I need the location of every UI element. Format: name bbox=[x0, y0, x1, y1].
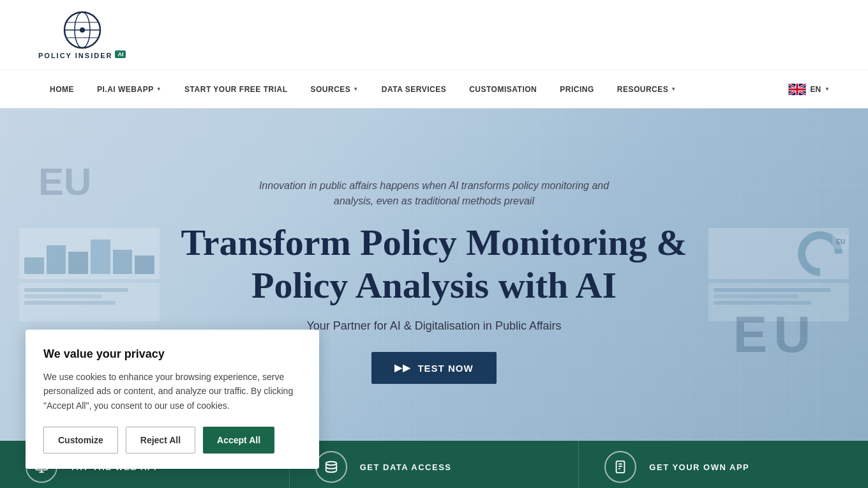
cookie-title: We value your privacy bbox=[43, 347, 301, 361]
data-access-label: GET DATA ACCESS bbox=[360, 462, 452, 472]
header: POLICY INSIDER AI bbox=[0, 0, 868, 70]
nav-customisation[interactable]: CUSTOMISATION bbox=[458, 70, 548, 108]
data-access-icon bbox=[315, 451, 347, 483]
strip-data-access[interactable]: GET DATA ACCESS bbox=[290, 441, 580, 488]
language-selector[interactable]: EN ▼ bbox=[788, 84, 830, 95]
hero-top-subtitle: Innovation in public affairs happens whe… bbox=[181, 178, 687, 209]
svg-point-5 bbox=[80, 27, 85, 33]
sources-dropdown-icon: ▼ bbox=[353, 86, 358, 92]
strip-own-app[interactable]: GET YOUR OWN APP bbox=[579, 441, 868, 488]
logo-icon bbox=[63, 11, 101, 49]
hero-btn-arrow: ▶▶ bbox=[394, 362, 411, 374]
brand-name: POLICY INSIDER bbox=[38, 52, 112, 59]
logo[interactable]: POLICY INSIDER AI bbox=[38, 11, 126, 59]
hero-bg-eu-text: EU bbox=[733, 305, 817, 364]
cookie-buttons: Customize Reject All Accept All bbox=[43, 427, 301, 454]
hero-bg-left bbox=[19, 228, 160, 321]
cookie-accept-button[interactable]: Accept All bbox=[203, 427, 274, 454]
own-app-icon bbox=[604, 451, 636, 483]
brand-badge: AI bbox=[115, 50, 126, 58]
test-now-button[interactable]: ▶▶ TEST NOW bbox=[371, 352, 496, 384]
navbar: HOME PI.AI WEBAPP ▼ START YOUR FREE TRIA… bbox=[0, 70, 868, 109]
nav-sources[interactable]: SOURCES ▼ bbox=[299, 70, 370, 108]
uk-flag-icon bbox=[788, 84, 806, 95]
hero-bg-eu-text-2: EU bbox=[38, 160, 91, 204]
nav-pricing[interactable]: PRICING bbox=[548, 70, 606, 108]
cookie-banner: We value your privacy We use cookies to … bbox=[26, 330, 319, 469]
nav-home[interactable]: HOME bbox=[38, 70, 86, 108]
language-dropdown-icon: ▼ bbox=[825, 86, 830, 92]
svg-point-18 bbox=[326, 462, 336, 466]
pi-webapp-dropdown-icon: ▼ bbox=[156, 86, 161, 92]
nav-resources[interactable]: RESOURCES ▼ bbox=[606, 70, 688, 108]
nav-free-trial[interactable]: START YOUR FREE TRIAL bbox=[173, 70, 299, 108]
hero-title: Transform Policy Monitoring & Policy Ana… bbox=[181, 222, 687, 307]
hero-btn-label: TEST NOW bbox=[417, 363, 473, 374]
cookie-text: We use cookies to enhance your browsing … bbox=[43, 370, 301, 413]
cookie-reject-button[interactable]: Reject All bbox=[126, 427, 195, 454]
own-app-label: GET YOUR OWN APP bbox=[649, 462, 749, 472]
resources-dropdown-icon: ▼ bbox=[671, 86, 676, 92]
language-code: EN bbox=[810, 85, 821, 94]
nav-pi-webapp[interactable]: PI.AI WEBAPP ▼ bbox=[86, 70, 173, 108]
cookie-customize-button[interactable]: Customize bbox=[43, 427, 118, 454]
nav-data-services[interactable]: DATA SERVICES bbox=[370, 70, 458, 108]
